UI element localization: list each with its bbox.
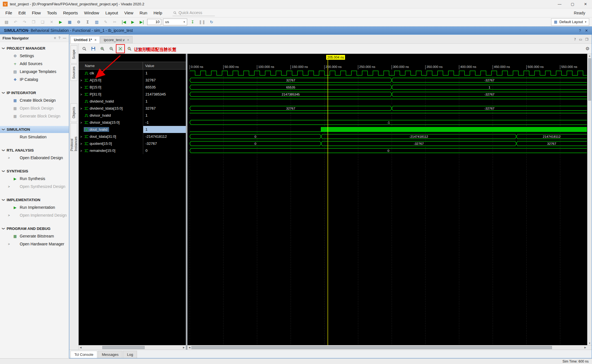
menu-window[interactable]: Window xyxy=(81,9,102,17)
zoom-in-icon[interactable] xyxy=(99,45,106,52)
vertical-scrollbar[interactable]: ▲ ▼ xyxy=(587,54,592,345)
prev-transition-icon[interactable] xyxy=(135,45,142,52)
flow-item-run-synthesis[interactable]: ▶Run Synthesis xyxy=(0,175,69,183)
panel-help-icon[interactable]: ? xyxy=(574,37,576,41)
toolbar-step-button[interactable]: ↧ xyxy=(189,18,196,26)
toolbar-block-design-button[interactable]: ▦ xyxy=(66,18,73,26)
toolbar-pause-button[interactable]: ❚❚ xyxy=(198,18,206,26)
flow-section-implementation[interactable]: ❯IMPLEMENTATION xyxy=(0,196,69,203)
signal-row-p-31-0[interactable]: >P[31:0]2147385345 xyxy=(79,91,186,98)
banner-close-icon[interactable]: ✕ xyxy=(585,28,588,33)
expand-chevron-icon[interactable]: > xyxy=(79,142,83,145)
signal-row-quotient-15-0[interactable]: >quotient[15:0]-32767 xyxy=(79,140,186,147)
cursor-time-label[interactable]: 205.004 ns xyxy=(326,55,345,60)
flow-item-open-synthesized-design[interactable]: >Open Synthesized Design xyxy=(0,183,69,190)
side-tab-scope[interactable]: Scope xyxy=(70,45,77,63)
signal-row-dividend-tvalid[interactable]: dividend_tvalid1 xyxy=(79,98,186,105)
toolbar-reports-button[interactable]: Σ xyxy=(84,18,91,26)
signal-row-clk[interactable]: clk1 xyxy=(79,70,186,77)
scroll-right-icon[interactable]: ▶ xyxy=(182,346,186,349)
expand-chevron-icon[interactable]: > xyxy=(79,121,83,124)
menu-help[interactable]: Help xyxy=(150,9,165,17)
toolbar-edit-button[interactable]: ✎ xyxy=(102,18,109,26)
scroll-up-icon[interactable]: ▲ xyxy=(589,54,591,58)
menu-run[interactable]: Run xyxy=(136,9,151,17)
side-tab-sources[interactable]: Sources xyxy=(70,65,77,81)
toolbar-run-all-button[interactable]: ▶ xyxy=(129,18,136,26)
tab-untitled-1[interactable]: Untitled 1*× xyxy=(70,36,100,43)
flow-nav-collapse-icon[interactable]: ≡ xyxy=(54,36,56,40)
flow-item-open-block-design[interactable]: ▦Open Block Design xyxy=(0,104,69,112)
flow-item-add-sources[interactable]: +Add Sources xyxy=(0,60,69,68)
toolbar-dashboard-button[interactable]: ▥ xyxy=(93,18,100,26)
signal-row-dout-tvalid[interactable]: dout_tvalid1 xyxy=(79,126,186,133)
flow-item-open-hardware-manager[interactable]: >Open Hardware Manager xyxy=(0,240,69,248)
scroll-right-icon[interactable]: ▶ xyxy=(583,346,587,349)
flow-nav-help-icon[interactable]: ? xyxy=(58,36,60,40)
signal-row-b-15-0[interactable]: >B[15:0]65535 xyxy=(79,84,186,91)
flow-item-generate-block-design[interactable]: ▦Generate Block Design xyxy=(0,112,69,120)
flow-item-language-templates[interactable]: ▤Language Templates xyxy=(0,68,69,76)
wave-scroll-thumb[interactable] xyxy=(191,346,552,349)
close-button[interactable]: ✕ xyxy=(579,0,592,8)
expand-chevron-icon[interactable]: > xyxy=(79,93,83,96)
tab-close-icon[interactable]: × xyxy=(127,38,129,42)
expand-chevron-icon[interactable]: > xyxy=(79,79,83,82)
zoom-out-icon[interactable] xyxy=(108,45,115,52)
signal-row-divisor-tdata-15-0[interactable]: >divisor_tdata[15:0]-1 xyxy=(79,119,186,126)
side-tab-protocol-instances[interactable]: Protocol Instances xyxy=(70,123,77,151)
name-column-header[interactable]: Name xyxy=(79,62,143,69)
flow-item-run-implementation[interactable]: ▶Run Implementation xyxy=(0,203,69,211)
signal-row-a-15-0[interactable]: >A[15:0]32767 xyxy=(79,77,186,84)
toolbar-restart-simulation-button[interactable]: |◀ xyxy=(120,18,127,26)
vertical-scroll-thumb[interactable] xyxy=(588,58,591,101)
quick-access-search[interactable]: Quick Access xyxy=(173,10,215,16)
wave-settings-gear-icon[interactable]: ⚙ xyxy=(586,46,589,51)
name-scroll-thumb[interactable] xyxy=(102,346,145,349)
flow-item-open-elaborated-design[interactable]: >Open Elaborated Design xyxy=(0,154,69,162)
signal-row-dividend-tdata-15-0[interactable]: >dividend_tdata[15:0]32767 xyxy=(79,105,186,112)
toolbar-relaunch-button[interactable]: ↻ xyxy=(208,18,215,26)
menu-flow[interactable]: Flow xyxy=(29,9,44,17)
signal-row-remainder-15-0[interactable]: >remainder[15:0]0 xyxy=(79,147,186,154)
zoom-cursor-icon[interactable] xyxy=(126,45,133,52)
value-column-header[interactable]: Value xyxy=(143,62,186,69)
menu-view[interactable]: View xyxy=(121,9,136,17)
panel-float-icon[interactable]: ▭ xyxy=(579,37,582,41)
toolbar-run-flow-button[interactable]: ▶ xyxy=(57,18,64,26)
toolbar-open-file-button[interactable]: ▤ xyxy=(3,18,10,26)
toolbar-delete-button[interactable]: ✕ xyxy=(48,18,55,26)
signal-row-dout-tdata-31-0[interactable]: >dout_tdata[31:0]-2147418112 xyxy=(79,133,186,140)
toolbar-probe-button[interactable]: ✂ xyxy=(111,18,118,26)
menu-layout[interactable]: Layout xyxy=(102,9,121,17)
flow-item-settings[interactable]: ⚙Settings xyxy=(0,52,69,60)
zoom-fit-icon[interactable] xyxy=(117,45,124,52)
minimize-button[interactable]: — xyxy=(553,0,566,8)
banner-help-icon[interactable]: ? xyxy=(579,28,581,33)
time-unit-select[interactable]: us ▾ xyxy=(163,19,187,25)
flow-section-synthesis[interactable]: ❯SYNTHESIS xyxy=(0,168,69,175)
console-tab-log[interactable]: Log xyxy=(123,351,137,358)
flow-section-rtl-analysis[interactable]: ❯RTL ANALYSIS xyxy=(0,147,69,154)
flow-section-ip-integrator[interactable]: ❯IP INTEGRATOR xyxy=(0,89,69,96)
flow-item-create-block-design[interactable]: ▦Create Block Design xyxy=(0,96,69,104)
expand-chevron-icon[interactable]: > xyxy=(79,107,83,110)
tab-close-icon[interactable]: × xyxy=(94,38,96,42)
wave-scrollbar[interactable]: ◀ ▶ xyxy=(187,345,587,350)
menu-file[interactable]: File xyxy=(2,9,15,17)
signal-row-divisor-tvalid[interactable]: divisor_tvalid1 xyxy=(79,112,186,119)
expand-chevron-icon[interactable]: > xyxy=(79,135,83,138)
menu-reports[interactable]: Reports xyxy=(60,9,81,17)
maximize-button[interactable]: ▢ xyxy=(566,0,579,8)
layout-selector[interactable]: ▦ Default Layout ▾ xyxy=(551,18,589,26)
flow-section-simulation[interactable]: ❯SIMULATION xyxy=(0,126,69,133)
toolbar-paste-button[interactable]: ❏ xyxy=(39,18,46,26)
save-icon[interactable] xyxy=(90,45,97,52)
waveform-canvas[interactable]: 0.000 ns50.000 ns100.000 ns150.000 ns200… xyxy=(187,54,587,345)
expand-chevron-icon[interactable]: > xyxy=(79,86,83,89)
goto-start-icon[interactable] xyxy=(162,45,169,52)
expand-chevron-icon[interactable]: > xyxy=(79,149,83,152)
search-icon[interactable] xyxy=(81,45,88,52)
console-tab-messages[interactable]: Messages xyxy=(98,351,122,358)
menu-edit[interactable]: Edit xyxy=(15,9,29,17)
